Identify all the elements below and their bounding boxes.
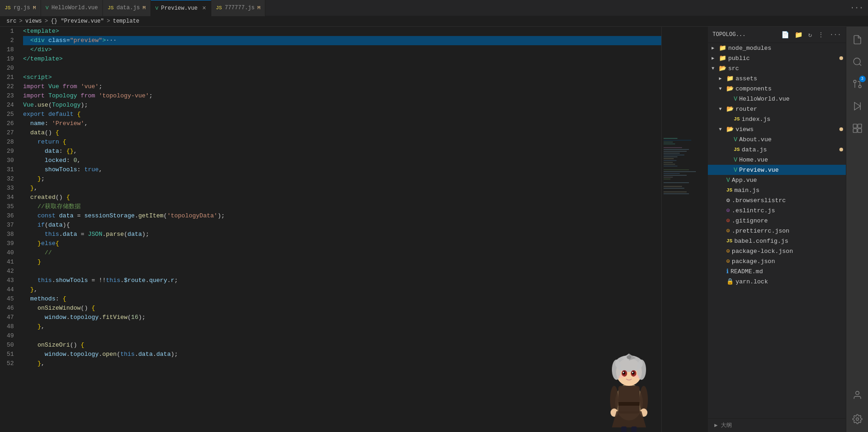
tree-item-label: About.vue (739, 136, 846, 143)
svg-rect-60 (857, 124, 861, 128)
code-line-37: if(data){ (23, 221, 661, 230)
activity-item-run[interactable] (846, 95, 868, 117)
settings-icon (852, 414, 862, 424)
more-actions-icon[interactable]: ··· (850, 4, 863, 12)
more-icon[interactable]: ··· (830, 31, 841, 38)
tree-item-views[interactable]: ▼ 📂 views (708, 124, 846, 134)
spacer: ▶ (726, 147, 732, 152)
outline-label: 大纲 (721, 422, 732, 429)
tree-item-readme-md[interactable]: ▶ ℹ README.md (708, 266, 846, 276)
code-line-24: Vue.use(Topology); (23, 101, 661, 110)
svg-rect-13 (664, 162, 673, 163)
spacer: ▶ (719, 269, 724, 274)
spacer: ▶ (726, 137, 732, 142)
outline-section[interactable]: ▶ 大纲 (708, 418, 846, 432)
breadcrumb-symbol[interactable]: template (113, 18, 139, 24)
tree-item-label: .gitignore (732, 217, 846, 224)
code-line-48: }, (23, 322, 661, 331)
tree-item-label: README.md (730, 268, 846, 275)
tree-item-preview-vue[interactable]: ▶ V Preview.vue (708, 165, 846, 175)
tree-item-assets[interactable]: ▶ 📁 assets (708, 73, 846, 84)
spacer: ▶ (719, 238, 724, 244)
new-file-icon[interactable]: 📄 (781, 31, 789, 39)
tree-item-label: HelloWorld.vue (739, 96, 846, 102)
activity-item-settings[interactable] (846, 408, 868, 430)
tree-item-label: src (728, 65, 846, 72)
folder-open-icon: 📂 (719, 65, 726, 72)
tree-item-about-vue[interactable]: ▶ V About.vue (708, 134, 846, 144)
code-line-33: }, (23, 184, 661, 193)
svg-rect-14 (664, 164, 675, 165)
code-editor[interactable]: <template> <div class="preview">··· </di… (18, 27, 661, 432)
tree-item-label: Preview.vue (739, 167, 846, 174)
activity-item-account[interactable] (846, 384, 868, 406)
tree-item-main-js[interactable]: ▶ JS main.js (708, 185, 846, 195)
files-icon (852, 35, 862, 45)
activity-item-search[interactable] (846, 51, 868, 73)
tab-preview-vue[interactable]: V Preview.vue × (151, 0, 211, 16)
code-line-38: this.data = JSON.parse(data); (23, 230, 661, 239)
new-folder-icon[interactable]: 📁 (795, 31, 802, 39)
breadcrumb-src[interactable]: src (6, 18, 17, 24)
folder-open-icon: 📂 (726, 126, 734, 133)
code-line-43: this.showTools = !!this.$route.query.r; (23, 276, 661, 285)
activity-item-explorer[interactable] (846, 29, 868, 51)
tab-label: Preview.vue (161, 5, 198, 12)
tab-close-button[interactable]: × (202, 5, 206, 12)
eslint-file-icon: ⊙ (726, 207, 730, 214)
search-icon (852, 57, 862, 67)
tab-helloworld-vue[interactable]: V HelloWorld.vue (41, 0, 103, 16)
tree-item-router[interactable]: ▼ 📂 router (708, 104, 846, 114)
breadcrumb-views[interactable]: views (25, 18, 42, 24)
tree-item-src[interactable]: ▼ 📂 src (708, 63, 846, 73)
svg-rect-2 (664, 140, 691, 141)
svg-rect-7 (664, 151, 687, 152)
tab-rg-js[interactable]: JS rg.js M (0, 0, 41, 16)
vue-file-icon: V (734, 167, 737, 174)
tree-item-app-vue[interactable]: ▶ V App.vue (708, 175, 846, 185)
file-tree: ▶ 📁 node_modules ▶ 📁 public ▼ 📂 src ▶ 📁 (708, 43, 846, 418)
tree-item-label: .eslintrc.js (732, 207, 846, 214)
tree-item-package-json[interactable]: ▶ ⊙ package.json (708, 256, 846, 266)
tree-item-browserslistrc[interactable]: ▶ ⚙ .browserslistrc (708, 195, 846, 205)
tree-item-index-js[interactable]: ▶ JS index.js (708, 114, 846, 124)
svg-rect-12 (664, 160, 676, 161)
tree-item-eslintrc-js[interactable]: ▶ ⊙ .eslintrc.js (708, 205, 846, 216)
tree-item-yarn-lock[interactable]: ▶ 🔒 yarn.lock (708, 276, 846, 287)
tree-item-components[interactable]: ▼ 📂 components (708, 84, 846, 94)
svg-rect-26 (664, 193, 689, 194)
code-line-51: window.topology.open(this.data.data); (23, 350, 661, 359)
tab-data-js[interactable]: JS data.js M (103, 0, 150, 16)
sidebar-icon-group: 📄 📁 ↻ ⋮ ··· (781, 31, 841, 39)
code-line-30: locked: 0, (23, 156, 661, 165)
collapse-icon[interactable]: ⋮ (818, 31, 824, 39)
tree-item-public[interactable]: ▶ 📁 public (708, 53, 846, 63)
folder-icon: 📁 (726, 75, 734, 82)
svg-rect-16 (664, 169, 689, 170)
tree-item-helloworld-vue[interactable]: ▶ V HelloWorld.vue (708, 94, 846, 104)
spacer: ▶ (726, 96, 732, 102)
tree-item-home-vue[interactable]: ▶ V Home.vue (708, 155, 846, 165)
refresh-icon[interactable]: ↻ (808, 31, 812, 39)
svg-rect-15 (664, 166, 677, 167)
tree-item-package-lock-json[interactable]: ▶ ⊙ package-lock.json (708, 246, 846, 256)
vue-file-icon: V (734, 156, 737, 163)
tree-item-gitignore[interactable]: ▶ ⊙ .gitignore (708, 216, 846, 226)
tree-item-node-modules[interactable]: ▶ 📁 node_modules (708, 43, 846, 53)
activity-item-extensions[interactable] (846, 117, 868, 139)
tree-item-data-js[interactable]: ▶ JS data.js (708, 144, 846, 155)
tree-item-babel-config-js[interactable]: ▶ JS babel.config.js (708, 236, 846, 246)
sidebar-title: TOPOLOG... (712, 31, 746, 38)
tab-777777-js[interactable]: JS 777777.js M (211, 0, 266, 16)
spacer: ▶ (719, 279, 724, 284)
activity-bar: 3 (846, 27, 868, 432)
js-icon: JS (5, 5, 11, 11)
svg-point-64 (856, 418, 859, 420)
code-line-21: <script> (23, 73, 661, 82)
breadcrumb-file[interactable]: {} "Preview.vue" (51, 18, 104, 24)
activity-item-source-control[interactable]: 3 (846, 73, 868, 95)
chevron-down-icon: ▼ (712, 66, 717, 71)
sidebar-title-bar: TOPOLOG... 📄 📁 ↻ ⋮ ··· (708, 27, 846, 43)
tree-item-label: components (736, 85, 846, 92)
tree-item-prettierrc-json[interactable]: ▶ ⊙ .prettierrc.json (708, 226, 846, 236)
